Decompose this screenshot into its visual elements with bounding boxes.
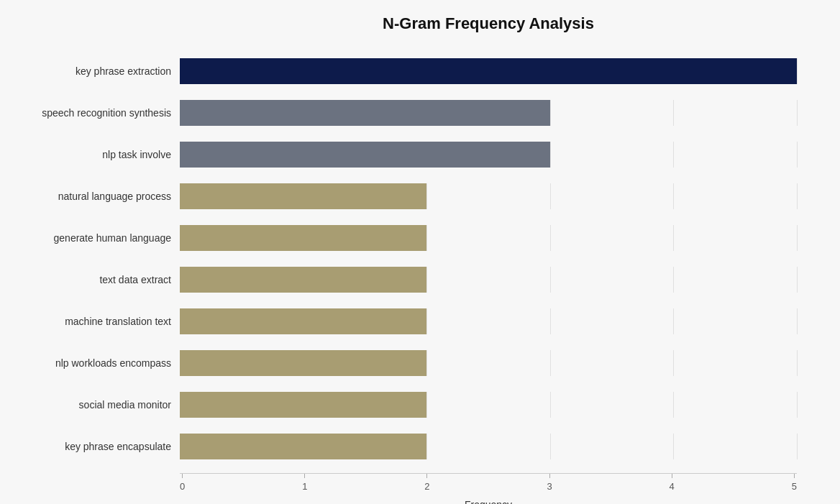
bar-row: machine translation text xyxy=(14,301,797,342)
chart-title: N-Gram Frequency Analysis xyxy=(180,14,797,33)
bar-label: key phrase encapsulate xyxy=(14,441,180,452)
bar-fill xyxy=(180,58,797,84)
x-axis-container: 012345 xyxy=(180,467,797,492)
bar-row: generate human language xyxy=(14,217,797,259)
grid-line xyxy=(797,434,798,459)
grid-line xyxy=(797,58,798,84)
grid-line xyxy=(673,267,674,293)
grid-line xyxy=(426,308,427,334)
bar-track xyxy=(180,142,797,168)
bar-row: nlp workloads encompass xyxy=(14,342,797,384)
chart-area: key phrase extractionspeech recognition … xyxy=(14,50,797,467)
bar-label: social media monitor xyxy=(14,399,180,411)
x-axis-ticks: 012345 xyxy=(180,473,797,492)
tick-line xyxy=(426,474,427,478)
grid-line xyxy=(426,350,427,376)
grid-line xyxy=(550,183,551,209)
grid-line xyxy=(797,142,798,168)
x-axis-label: Frequency xyxy=(180,499,797,504)
bar-fill xyxy=(180,434,426,459)
bar-row: key phrase encapsulate xyxy=(14,426,797,467)
grid-line xyxy=(673,183,674,209)
bar-track xyxy=(180,183,797,209)
x-axis-tick: 1 xyxy=(302,474,307,492)
tick-line xyxy=(182,474,183,478)
grid-line xyxy=(673,100,674,126)
x-axis-tick: 4 xyxy=(670,474,675,492)
grid-line xyxy=(426,434,427,459)
tick-label: 1 xyxy=(302,481,307,492)
bar-track xyxy=(180,350,797,376)
grid-line xyxy=(550,225,551,251)
bar-row: speech recognition synthesis xyxy=(14,92,797,134)
x-axis-tick: 3 xyxy=(547,474,552,492)
grid-line xyxy=(673,350,674,376)
bar-row: nlp task involve xyxy=(14,134,797,175)
bar-label: text data extract xyxy=(14,274,180,285)
x-axis-tick: 5 xyxy=(792,474,797,492)
grid-line xyxy=(797,350,798,376)
bar-fill xyxy=(180,392,426,418)
bar-row: social media monitor xyxy=(14,384,797,426)
bar-label: generate human language xyxy=(14,232,180,244)
bar-track xyxy=(180,267,797,293)
grid-line xyxy=(550,392,551,418)
bar-row: key phrase extraction xyxy=(14,50,797,92)
grid-line xyxy=(797,100,798,126)
bar-label: nlp workloads encompass xyxy=(14,357,180,369)
grid-line xyxy=(797,308,798,334)
tick-label: 5 xyxy=(792,481,797,492)
grid-line xyxy=(797,183,798,209)
chart-container: N-Gram Frequency Analysis key phrase ext… xyxy=(0,0,840,504)
tick-line xyxy=(304,474,305,478)
tick-label: 3 xyxy=(547,481,552,492)
grid-line xyxy=(550,308,551,334)
tick-line xyxy=(794,474,795,478)
bar-fill xyxy=(180,267,426,293)
grid-line xyxy=(426,183,427,209)
grid-line xyxy=(550,142,551,168)
tick-label: 4 xyxy=(670,481,675,492)
grid-line xyxy=(550,267,551,293)
tick-line xyxy=(672,474,672,478)
grid-line xyxy=(673,434,674,459)
bar-track xyxy=(180,100,797,126)
grid-line xyxy=(673,308,674,334)
bar-fill xyxy=(180,142,550,168)
grid-line xyxy=(673,142,674,168)
tick-label: 2 xyxy=(424,481,429,492)
bar-label: nlp task involve xyxy=(14,149,180,160)
grid-line xyxy=(426,225,427,251)
grid-line xyxy=(550,434,551,459)
x-axis-tick: 2 xyxy=(424,474,429,492)
bar-fill xyxy=(180,100,550,126)
bar-fill xyxy=(180,225,426,251)
bar-fill xyxy=(180,350,426,376)
grid-line xyxy=(426,392,427,418)
grid-line xyxy=(797,267,798,293)
bar-track xyxy=(180,434,797,459)
tick-label: 0 xyxy=(180,481,185,492)
bar-track xyxy=(180,392,797,418)
x-axis-tick: 0 xyxy=(180,474,185,492)
grid-line xyxy=(673,392,674,418)
bar-track xyxy=(180,225,797,251)
grid-line xyxy=(550,350,551,376)
bar-label: natural language process xyxy=(14,191,180,202)
bar-track xyxy=(180,308,797,334)
bar-row: natural language process xyxy=(14,175,797,217)
bar-fill xyxy=(180,308,426,334)
bar-row: text data extract xyxy=(14,259,797,301)
bar-fill xyxy=(180,183,426,209)
grid-line xyxy=(550,100,551,126)
bar-track xyxy=(180,58,797,84)
bar-label: machine translation text xyxy=(14,316,180,327)
grid-line xyxy=(426,267,427,293)
grid-line xyxy=(673,225,674,251)
tick-line xyxy=(549,474,550,478)
bar-label: key phrase extraction xyxy=(14,65,180,77)
grid-line xyxy=(797,392,798,418)
grid-line xyxy=(797,225,798,251)
bar-label: speech recognition synthesis xyxy=(14,107,180,119)
